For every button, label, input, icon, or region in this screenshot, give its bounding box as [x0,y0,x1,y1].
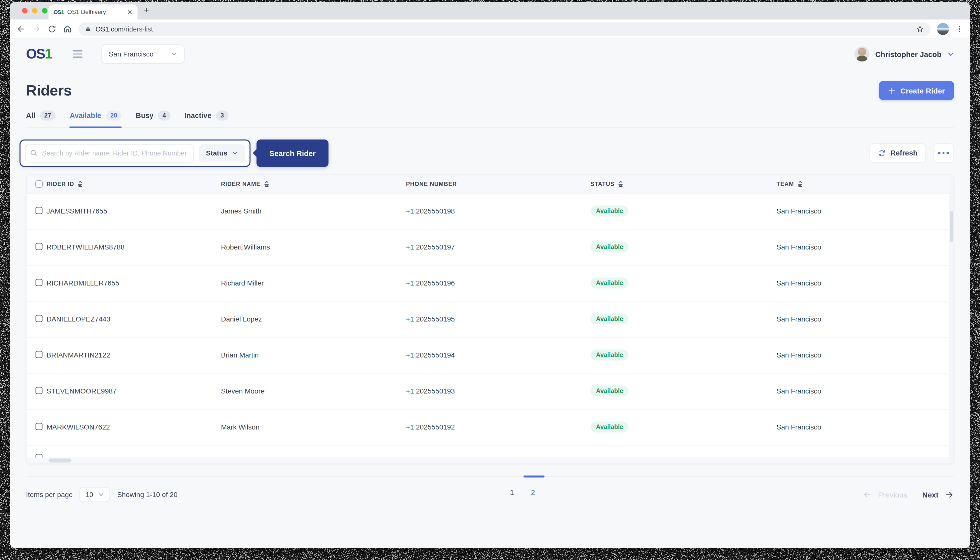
search-rider-button[interactable]: Search Rider [257,139,329,167]
cell-team: San Francisco [777,279,945,287]
cell-team: San Francisco [777,207,945,215]
table-row: MARKWILSON7622Mark Wilson+1 2025550192Av… [27,409,953,445]
row-checkbox[interactable] [35,315,42,322]
location-label: San Francisco [109,50,153,58]
browser-window: OS1 OS1 Delhivery ✕ + OS1.com/riders-lis… [10,2,970,548]
user-menu-chevron-icon[interactable] [948,51,954,57]
page-title: Riders [26,82,72,99]
new-tab-button[interactable]: + [144,6,149,15]
horizontal-scrollbar-thumb[interactable] [48,458,72,462]
previous-page-button[interactable]: Previous [862,490,907,499]
tab-inactive[interactable]: Inactive3 [185,110,228,128]
hamburger-menu-icon[interactable] [73,50,82,58]
vertical-scrollbar-thumb[interactable] [950,211,953,242]
tab-label: Inactive [185,112,212,120]
tab-label: Busy [136,112,153,120]
tab-count-badge: 3 [216,110,228,120]
cell-team: San Francisco [777,243,945,251]
browser-tab[interactable]: OS1 OS1 Delhivery ✕ [48,5,138,20]
select-all-checkbox[interactable] [35,180,42,187]
row-checkbox[interactable] [35,351,42,358]
status-badge: Available [590,205,629,217]
page-number-2[interactable]: 2 [528,488,538,496]
cell-team: San Francisco [777,315,945,323]
app-header: OS1 San Francisco Christopher Jacob [10,39,970,69]
status-badge: Available [590,385,629,397]
cell-team: San Francisco [777,423,945,431]
cell-rider-name: Brian Martin [221,351,406,359]
cell-phone-number: +1 2025550192 [406,423,590,431]
table-row: STEVENMOORE9987Steven Moore+1 2025550193… [27,373,953,409]
url-text: OS1.com/riders-list [95,25,153,33]
pagination-bar: Items per page 10 Showing 1-10 of 20 12 … [26,476,954,505]
arrow-right-icon [945,490,954,499]
back-icon[interactable] [17,25,25,33]
tab-count-badge: 20 [106,110,122,120]
user-avatar[interactable] [855,47,870,62]
cell-phone-number: +1 2025550193 [406,387,590,395]
column-header-rider-id[interactable]: Rider ID [47,180,221,187]
items-per-page-label: Items per page [26,490,73,498]
row-checkbox[interactable] [35,423,42,430]
sort-icon[interactable] [265,180,269,187]
chevron-down-icon [98,492,104,498]
column-label: Rider ID [47,181,74,187]
cell-team: San Francisco [777,351,945,359]
search-icon [30,149,38,157]
page-number-1[interactable]: 1 [507,488,518,496]
location-dropdown[interactable]: San Francisco [101,45,184,63]
forward-icon[interactable] [32,25,41,33]
bookmark-star-icon[interactable] [916,25,924,33]
row-checkbox[interactable] [35,243,42,250]
cell-rider-name: Richard Miller [221,279,406,287]
next-page-button[interactable]: Next [922,490,954,499]
reload-icon[interactable] [48,25,57,33]
status-filter-dropdown[interactable]: Status [199,144,245,162]
items-per-page-dropdown[interactable]: 10 [80,487,110,502]
filter-tabs: All27Available20Busy4Inactive3 [26,110,954,128]
sort-icon[interactable] [618,180,623,187]
column-header-status[interactable]: Status [590,180,777,187]
sort-icon[interactable] [798,180,802,187]
tab-title: OS1 Delhivery [67,8,106,15]
browser-tabstrip: OS1 OS1 Delhivery ✕ + [10,2,970,20]
table-row: ROBERTWILLIAMS8788Robert Williams+1 2025… [27,229,953,265]
minimize-window-button[interactable] [32,8,38,13]
tab-close-icon[interactable]: ✕ [127,9,132,15]
column-header-team[interactable]: Team [777,180,945,187]
cell-rider-name: James Smith [221,207,406,215]
maximize-window-button[interactable] [42,8,48,13]
tab-label: Available [70,112,101,120]
browser-menu-icon[interactable] [955,25,963,33]
tab-available[interactable]: Available20 [70,110,122,128]
create-rider-button[interactable]: Create Rider [879,81,954,100]
column-header-rider-name[interactable]: Rider Name [221,180,406,187]
cell-phone-number: +1 2025550196 [406,279,590,287]
arrow-left-icon [862,490,872,499]
sort-icon[interactable] [78,180,83,187]
home-icon[interactable] [63,25,72,33]
tab-all[interactable]: All27 [26,110,56,128]
horizontal-scrollbar[interactable] [27,457,953,463]
cell-rider-name: Daniel Lopez [221,315,406,323]
address-bar[interactable]: OS1.com/riders-list [78,22,930,36]
window-controls [22,8,48,13]
search-input[interactable] [25,144,194,162]
cell-rider-id: DANIELLOPEZ7443 [47,315,221,323]
browser-profile-avatar[interactable] [937,23,949,35]
close-window-button[interactable] [22,8,28,13]
vertical-scrollbar[interactable] [949,175,953,463]
more-actions-button[interactable] [933,143,954,162]
tab-busy[interactable]: Busy4 [136,110,170,128]
tab-label: All [26,112,35,120]
cell-rider-id: ROBERTWILLIAMS8788 [47,243,221,251]
refresh-button[interactable]: Refresh [869,143,926,162]
row-checkbox[interactable] [35,279,42,286]
column-header-phone-number: Phone Number [406,181,590,187]
riders-page: Riders Create Rider All27Available20Busy… [10,81,970,505]
column-label: Team [777,181,794,187]
cell-rider-id: BRIANMARTIN2122 [47,351,221,359]
row-checkbox[interactable] [35,207,42,214]
row-checkbox-partial [35,454,42,457]
row-checkbox[interactable] [35,387,42,394]
